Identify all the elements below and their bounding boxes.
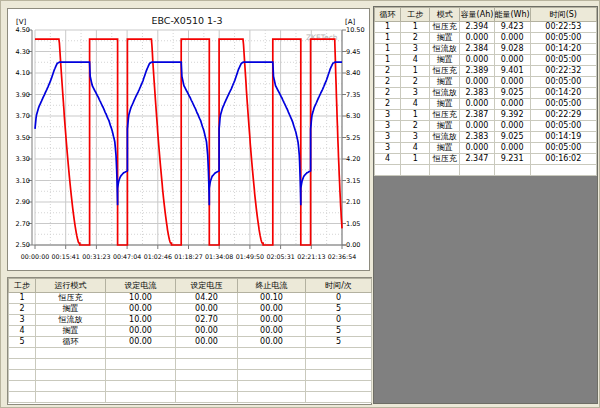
cycle-results-cell: 9.025: [494, 132, 530, 143]
cycle-results-row[interactable]: 21恒压充2.3899.40100:22:32: [375, 66, 597, 77]
cycle-results-cell: 1: [375, 33, 401, 44]
step-settings-empty-row[interactable]: [9, 392, 372, 403]
right-axis-tick: 3.15: [346, 177, 360, 185]
cycle-results-panel: 循环工步模式容量(Ah)能量(Wh)时间(S) 11恒压充2.3949.4230…: [373, 6, 598, 404]
step-settings-empty-row[interactable]: [9, 381, 372, 392]
cycle-results-cell: 00:05:00: [530, 77, 596, 88]
cycle-results-header-4[interactable]: 能量(Wh): [494, 8, 530, 22]
right-axis-tick: 6.30: [346, 112, 360, 120]
cycle-results-cell: 00:22:32: [530, 66, 596, 77]
step-settings-empty-cell: [36, 370, 106, 381]
cycle-results-cell: 1: [375, 44, 401, 55]
step-settings-empty-cell: [176, 359, 238, 370]
step-settings-header-1[interactable]: 运行模式: [36, 279, 106, 293]
cycle-results-empty-cell: [401, 165, 430, 176]
step-settings-row[interactable]: 2搁置00.0000.0000.005: [9, 304, 372, 315]
step-settings-cell: 10.00: [106, 293, 176, 304]
step-settings-cell: 循环: [36, 337, 106, 348]
step-settings-empty-cell: [238, 370, 306, 381]
step-settings-header-5[interactable]: 时间/次: [306, 279, 372, 293]
chart-title: EBC-X0510 1-3: [151, 15, 222, 26]
cycle-results-cell: 00:14:20: [530, 44, 596, 55]
cycle-results-row[interactable]: 22搁置0.0000.00000:05:00: [375, 77, 597, 88]
step-settings-empty-cell: [238, 381, 306, 392]
cycle-results-cell: 00:05:00: [530, 99, 596, 110]
right-axis-tick: 5.25: [346, 134, 360, 142]
right-axis-tick: 0.00: [346, 241, 360, 249]
right-axis-tick: 7.35: [346, 91, 360, 99]
right-axis-tick: 2.10: [346, 198, 360, 206]
right-axis-tick: 10.50: [346, 26, 365, 34]
step-settings-header-3[interactable]: 设定电压: [176, 279, 238, 293]
step-settings-cell: 5: [306, 304, 372, 315]
step-settings-header-0[interactable]: 工步: [9, 279, 36, 293]
cycle-results-cell: 2: [401, 33, 430, 44]
right-axis-tick: 4.20: [346, 155, 360, 163]
cycle-results-cell: 0.000: [494, 121, 530, 132]
cycle-results-row[interactable]: 13恒流放2.3849.02800:14:20: [375, 44, 597, 55]
cycle-results-cell: 恒压充: [430, 154, 460, 165]
cycle-results-cell: 3: [375, 143, 401, 154]
cycle-results-cell: 9.028: [494, 44, 530, 55]
step-settings-cell: 10.00: [106, 315, 176, 326]
left-axis-tick: 2.70: [16, 220, 30, 228]
x-axis-tick: 00:15:41: [52, 253, 80, 260]
cycle-results-cell: 3: [401, 132, 430, 143]
cycle-results-header-1[interactable]: 工步: [401, 8, 430, 22]
cycle-results-row[interactable]: 12搁置0.0000.00000:05:00: [375, 33, 597, 44]
cycle-results-row[interactable]: 32搁置0.0000.00000:05:00: [375, 121, 597, 132]
right-axis-unit-label: [A]: [345, 18, 356, 26]
step-settings-header-row: 工步运行模式设定电流设定电压终止电流时间/次: [9, 279, 372, 293]
step-settings-header-2[interactable]: 设定电流: [106, 279, 176, 293]
x-axis-tick: 01:49:50: [236, 253, 264, 260]
cycle-results-cell: 2.394: [460, 22, 494, 33]
step-settings-header-4[interactable]: 终止电流: [238, 279, 306, 293]
cycle-results-row[interactable]: 11恒压充2.3949.42300:22:53: [375, 22, 597, 33]
step-settings-cell: 02.70: [176, 315, 238, 326]
cycle-results-cell: 0.000: [460, 99, 494, 110]
left-axis-tick: 3.70: [16, 112, 30, 120]
cycle-results-cell: 00:05:00: [530, 55, 596, 66]
cycle-results-cell: 2.389: [460, 66, 494, 77]
cycle-results-header-0[interactable]: 循环: [375, 8, 401, 22]
cycle-results-empty-row[interactable]: [375, 165, 597, 176]
step-settings-cell: 00.00: [238, 304, 306, 315]
cycle-results-cell: 恒流放: [430, 44, 460, 55]
cycle-results-row[interactable]: 24搁置0.0000.00000:05:00: [375, 99, 597, 110]
step-settings-row[interactable]: 4搁置00.0000.0000.005: [9, 326, 372, 337]
step-settings-row[interactable]: 3恒流放10.0002.7000.000: [9, 315, 372, 326]
cycle-chart: 4.504.304.103.903.703.503.303.102.902.70…: [8, 9, 369, 270]
cycle-results-cell: 搁置: [430, 121, 460, 132]
cycle-results-header-5[interactable]: 时间(S): [530, 8, 596, 22]
step-settings-empty-row[interactable]: [9, 348, 372, 359]
step-settings-cell: 00.00: [106, 326, 176, 337]
cycle-results-row[interactable]: 34搁置0.0000.00000:05:00: [375, 143, 597, 154]
step-settings-empty-cell: [9, 348, 36, 359]
step-settings-row[interactable]: 5循环00.0000.0000.005: [9, 337, 372, 348]
step-settings-empty-cell: [176, 381, 238, 392]
step-settings-empty-cell: [9, 381, 36, 392]
chart-panel: 4.504.304.103.903.703.503.303.102.902.70…: [7, 8, 370, 271]
x-axis-tick: 00:00:00: [21, 253, 49, 260]
cycle-results-row[interactable]: 31恒压充2.3879.39200:22:29: [375, 110, 597, 121]
cycle-results-row[interactable]: 14搁置0.0000.00000:05:00: [375, 55, 597, 66]
left-axis-tick: 3.90: [16, 91, 30, 99]
cycle-results-header-3[interactable]: 容量(Ah): [460, 8, 494, 22]
cycle-results-header-2[interactable]: 模式: [430, 8, 460, 22]
cycle-results-cell: 2: [375, 77, 401, 88]
cycle-results-cell: 恒压充: [430, 66, 460, 77]
cycle-results-row[interactable]: 33恒流放2.3839.02500:14:19: [375, 132, 597, 143]
step-settings-cell: 1: [9, 293, 36, 304]
step-settings-cell: 0: [306, 293, 372, 304]
step-settings-row[interactable]: 1恒压充10.0004.2000.100: [9, 293, 372, 304]
step-settings-cell: 恒流放: [36, 315, 106, 326]
cycle-results-cell: 1: [401, 66, 430, 77]
cycle-results-row[interactable]: 41恒压充2.3479.23100:16:02: [375, 154, 597, 165]
cycle-results-cell: 4: [401, 99, 430, 110]
cycle-results-row[interactable]: 23恒流放2.3839.02500:14:20: [375, 88, 597, 99]
step-settings-empty-row[interactable]: [9, 359, 372, 370]
cycle-results-empty-cell: [494, 165, 530, 176]
step-settings-empty-cell: [176, 370, 238, 381]
step-settings-empty-row[interactable]: [9, 370, 372, 381]
cycle-results-cell: 1: [375, 55, 401, 66]
